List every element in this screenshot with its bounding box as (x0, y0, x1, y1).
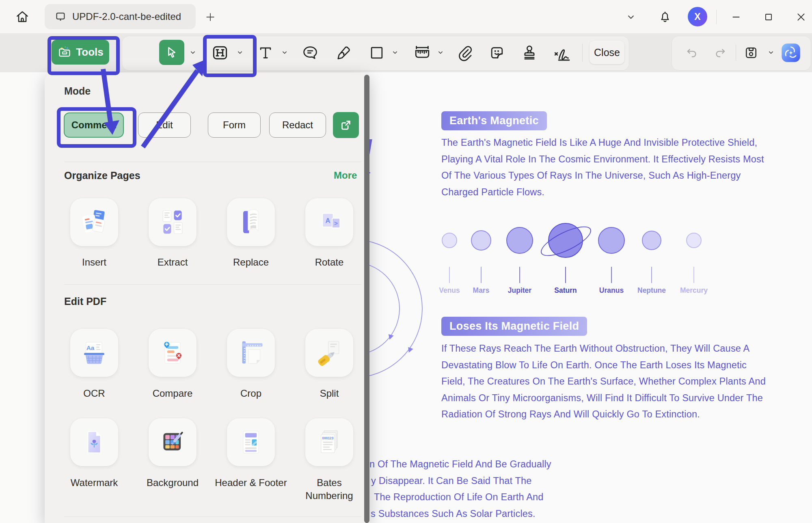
doc-line: Field, The Creatures On The Earth's Surf… (441, 373, 766, 390)
close-window-button[interactable] (791, 8, 811, 26)
compare-icon (157, 337, 188, 368)
tile-extract[interactable] (149, 198, 197, 246)
extract-pages-icon (157, 207, 188, 238)
tile-header-footer[interactable] (227, 418, 275, 466)
panel-divider (64, 284, 361, 285)
undo-button[interactable] (683, 44, 701, 62)
sticker-icon (488, 44, 506, 62)
svg-text:A: A (325, 217, 330, 225)
doc-line: Of The Various Types Of Rays In The Univ… (441, 167, 764, 184)
select-tool-dropdown[interactable] (187, 45, 199, 59)
doc-line: Charged Particle Flows. (441, 184, 764, 201)
tile-ocr[interactable]: Aa (70, 329, 118, 377)
tile-bates-numbering[interactable]: 000123 (305, 418, 353, 466)
mode-section-label: Mode (64, 85, 91, 97)
square-shape-icon (368, 44, 386, 62)
tile-label-rotate: Rotate (291, 256, 368, 269)
tile-background[interactable] (149, 418, 197, 466)
tile-rotate[interactable]: A > (305, 198, 353, 246)
planet-saturn: Saturn (541, 223, 590, 295)
mode-button-edit[interactable]: Edit (138, 112, 191, 138)
mode-button-form[interactable]: Form (208, 112, 261, 138)
close-tools-button[interactable]: Close (590, 41, 624, 64)
sticker-tool-button[interactable] (486, 42, 508, 63)
updf-app-window: l Earth's Magnetic The Earth's Magnetic … (0, 0, 812, 523)
document-tab[interactable]: UPDF-2.0-cant-be-edited (45, 4, 196, 29)
ocr-icon: Aa (79, 337, 110, 368)
text-tool-button[interactable] (255, 42, 276, 63)
attachment-tool-button[interactable] (454, 42, 475, 63)
tile-watermark[interactable] (70, 418, 118, 466)
doc-line: Playing A Vital Role In The Cosmic Envir… (441, 151, 764, 168)
chevron-down-icon (281, 48, 289, 56)
bates-numbering-icon: 000123 (314, 427, 345, 458)
measure-tool-dropdown[interactable] (434, 45, 447, 59)
display-icon (54, 11, 67, 23)
save-dropdown[interactable] (765, 45, 777, 59)
maximize-button[interactable] (759, 8, 778, 26)
tools-annotation-box (48, 36, 120, 75)
chevron-down-icon (391, 48, 399, 56)
edit-pdf-heading: Edit PDF (64, 296, 106, 307)
open-in-window-button[interactable] (333, 112, 359, 138)
mode-button-redact[interactable]: Redact (269, 112, 326, 138)
tile-compare[interactable] (149, 329, 197, 377)
signature-tool-button[interactable] (551, 42, 573, 63)
save-button[interactable] (741, 43, 761, 63)
minimize-button[interactable] (726, 8, 746, 26)
tile-replace[interactable] (227, 198, 275, 246)
measure-tool-button[interactable] (412, 42, 433, 63)
panel-scrollbar[interactable] (364, 75, 369, 523)
tile-label-header-footer: Header & Footer (214, 476, 287, 489)
doc-heading-chip-2: Loses Its Magnetic Field (441, 317, 587, 336)
tile-crop[interactable] (227, 329, 275, 377)
user-avatar[interactable]: X (688, 7, 707, 26)
doc-paragraph-1: The Earth's Magnetic Field Is Like A Hug… (441, 134, 764, 200)
ruler-icon (413, 43, 432, 62)
doc-line: s Substances Such As Solar Particles. (371, 506, 551, 522)
organize-pages-heading: Organize Pages (64, 170, 140, 182)
home-icon (15, 9, 30, 24)
stamp-tool-button[interactable] (519, 42, 540, 63)
crop-icon (235, 337, 266, 368)
close-icon (795, 11, 807, 23)
select-tool-button[interactable] (159, 40, 184, 65)
shape-tool-button[interactable] (366, 42, 387, 63)
toolbar-divider (736, 45, 736, 61)
chevron-down-icon (626, 12, 636, 22)
doc-line: Devastating Blow To Life On Earth. Once … (441, 357, 766, 374)
tile-split[interactable] (305, 329, 353, 377)
tile-label-crop: Crop (212, 387, 289, 400)
paperclip-icon (456, 44, 473, 62)
notifications-button[interactable] (655, 6, 675, 27)
text-tool-dropdown[interactable] (279, 45, 291, 59)
titlebar-dropdown-button[interactable] (622, 9, 640, 25)
comment-bubble-icon (301, 44, 319, 62)
maximize-icon (763, 12, 774, 22)
tile-insert[interactable] (70, 198, 118, 246)
stamp-icon (520, 44, 538, 62)
undo-icon (685, 46, 698, 59)
home-button[interactable] (11, 6, 33, 28)
svg-text:Aa: Aa (86, 344, 95, 351)
tile-label-ocr: OCR (56, 387, 133, 400)
pencil-tool-button[interactable] (333, 42, 354, 63)
panel-divider (64, 517, 361, 517)
tile-label-bates-numbering: Bates Numbering (293, 476, 366, 502)
comment-tool-button[interactable] (300, 42, 321, 63)
redo-button[interactable] (711, 44, 729, 62)
avatar-initial: X (694, 11, 700, 22)
doc-line: The Earth's Magnetic Field Is Like A Hug… (441, 134, 764, 151)
new-tab-button[interactable] (201, 8, 219, 26)
tile-label-extract: Extract (134, 256, 211, 269)
shape-tool-dropdown[interactable] (389, 45, 401, 59)
pencil-icon (335, 44, 352, 62)
magnetic-field-arcs-decoration (365, 227, 434, 398)
ai-assistant-button[interactable] (780, 42, 801, 63)
tile-label-insert: Insert (56, 256, 133, 269)
doc-line: n Of The Magnetic Field And Be Gradually (369, 456, 551, 473)
comment-annotation-box (57, 107, 136, 148)
organize-pages-more-link[interactable]: More (334, 170, 357, 181)
plus-icon (204, 11, 216, 23)
highlight-annotation-box (203, 35, 257, 77)
